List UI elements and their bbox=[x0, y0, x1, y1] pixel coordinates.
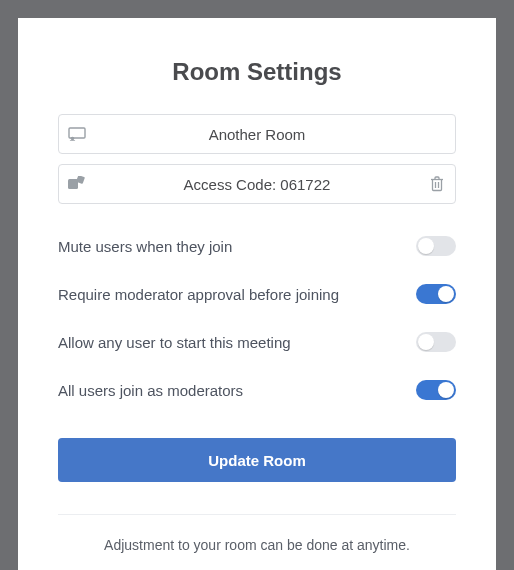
setting-label: All users join as moderators bbox=[58, 382, 416, 399]
chalkboard-icon bbox=[59, 127, 95, 141]
setting-label: Allow any user to start this meeting bbox=[58, 334, 416, 351]
room-settings-modal: Room Settings Access Code: 061722 bbox=[18, 18, 496, 570]
update-room-button[interactable]: Update Room bbox=[58, 438, 456, 482]
setting-row: Require moderator approval before joinin… bbox=[58, 270, 456, 318]
setting-row: Allow any user to start this meeting bbox=[58, 318, 456, 366]
settings-list: Mute users when they join Require modera… bbox=[58, 222, 456, 414]
divider bbox=[58, 514, 456, 515]
setting-label: Mute users when they join bbox=[58, 238, 416, 255]
toggle-any-user-start[interactable] bbox=[416, 332, 456, 352]
setting-row: All users join as moderators bbox=[58, 366, 456, 414]
room-name-input[interactable] bbox=[95, 126, 455, 143]
access-code-text: Access Code: 061722 bbox=[95, 176, 419, 193]
svg-point-1 bbox=[71, 137, 75, 141]
svg-rect-0 bbox=[69, 128, 85, 138]
modal-title: Room Settings bbox=[58, 58, 456, 86]
toggle-mute-users[interactable] bbox=[416, 236, 456, 256]
access-code-field: Access Code: 061722 bbox=[58, 164, 456, 204]
toggle-moderator-approval[interactable] bbox=[416, 284, 456, 304]
room-name-field[interactable] bbox=[58, 114, 456, 154]
dice-icon[interactable] bbox=[59, 176, 95, 192]
setting-label: Require moderator approval before joinin… bbox=[58, 286, 416, 303]
toggle-all-moderators[interactable] bbox=[416, 380, 456, 400]
footer-note: Adjustment to your room can be done at a… bbox=[58, 537, 456, 553]
setting-row: Mute users when they join bbox=[58, 222, 456, 270]
trash-icon[interactable] bbox=[419, 176, 455, 192]
